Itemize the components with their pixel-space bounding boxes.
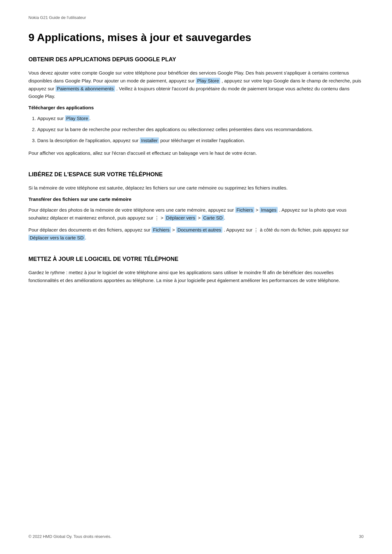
para2-mid3: à côté du nom du fichier, puis appuyez s… (260, 227, 349, 232)
transfer-docs-para: Pour déplacer des documents et des fichi… (28, 226, 364, 242)
header-text: Nokia G21 Guide de l'utilisateur (28, 15, 86, 20)
para1-mid4: > (198, 215, 202, 220)
step-1-pre: Appuyez sur (37, 116, 63, 121)
section-google-play: OBTENIR DES APPLICATIONS DEPUIS GOOGLE P… (28, 56, 364, 157)
chapter-title-text: Applications, mises à jour et sauvegarde… (37, 31, 251, 43)
section-free-space-intro: Si la mémoire de votre téléphone est sat… (28, 184, 364, 192)
highlight-deplacer-vers: Déplacer vers (165, 215, 197, 221)
highlight-fichiers-1: Fichiers (235, 207, 255, 213)
highlight-documents-autres: Documents et autres (176, 227, 222, 233)
page: Nokia G21 Guide de l'utilisateur 9 Appli… (0, 0, 392, 554)
highlight-play-store-1: Play Store (196, 78, 220, 84)
para1-icon: ⋮ (154, 215, 159, 220)
chapter-number: 9 (28, 31, 34, 43)
page-footer: © 2022 HMD Global Oy. Tous droits réserv… (28, 534, 364, 539)
section-google-play-outro: Pour afficher vos applications, allez su… (28, 149, 364, 157)
para2-mid1: > (172, 227, 176, 232)
section-google-play-title: OBTENIR DES APPLICATIONS DEPUIS GOOGLE P… (28, 56, 364, 63)
section-update-intro: Gardez le rythme : mettez à jour le logi… (28, 269, 364, 285)
highlight-paiements: Paiements & abonnements (56, 86, 115, 92)
step-3-pre: Dans la description de l'application, ap… (37, 138, 139, 143)
step-3-post: pour télécharger et installer l'applicat… (160, 138, 245, 143)
subsection-transferer-title: Transférer des fichiers sur une carte mé… (28, 196, 364, 202)
highlight-play-store-2: Play Store (65, 115, 89, 121)
transfer-photos-para: Pour déplacer des photos de la mémoire d… (28, 206, 364, 222)
footer-page-number: 30 (359, 534, 364, 539)
section-update-title: METTEZ À JOUR LE LOGICIEL DE VOTRE TÉLÉP… (28, 256, 364, 262)
step-1: Appuyez sur Play Store. (37, 115, 364, 123)
step-1-post: . (89, 116, 91, 121)
para2-end: . (85, 235, 86, 240)
highlight-images: Images (260, 207, 278, 213)
section-free-space-title: LIBÉREZ DE L'ESPACE SUR VOTRE TÉLÉPHONE (28, 171, 364, 178)
subsection-telecharger-title: Télécharger des applications (28, 105, 364, 110)
steps-list: Appuyez sur Play Store. Appuyez sur la b… (37, 115, 364, 144)
chapter-title: 9 Applications, mises à jour et sauvegar… (28, 31, 364, 44)
footer-copyright: © 2022 HMD Global Oy. Tous droits réserv… (28, 534, 112, 539)
para1-mid1: > (256, 207, 260, 213)
para2-icon: ⋮ (254, 227, 258, 232)
para2-mid2: . Appuyez sur (224, 227, 252, 232)
highlight-fichiers-2: Fichiers (152, 227, 171, 233)
section-update: METTEZ À JOUR LE LOGICIEL DE VOTRE TÉLÉP… (28, 256, 364, 285)
highlight-installer: Installer (140, 137, 159, 143)
para2-pre: Pour déplacer des documents et des fichi… (28, 227, 150, 232)
step-3: Dans la description de l'application, ap… (37, 137, 364, 145)
highlight-deplacer-carte-sd: Déplacer vers la carte SD (28, 235, 85, 241)
highlight-carte-sd: Carte SD (202, 215, 224, 221)
para1-end: . (224, 215, 225, 220)
step-2: Appuyez sur la barre de recherche pour r… (37, 126, 364, 134)
section-google-play-intro: Vous devez ajouter votre compte Google s… (28, 69, 364, 100)
para1-pre: Pour déplacer des photos de la mémoire d… (28, 207, 234, 213)
page-header: Nokia G21 Guide de l'utilisateur (28, 15, 364, 20)
step-2-text: Appuyez sur la barre de recherche pour r… (37, 127, 313, 132)
section-free-space: LIBÉREZ DE L'ESPACE SUR VOTRE TÉLÉPHONE … (28, 171, 364, 242)
para1-mid3: > (161, 215, 165, 220)
